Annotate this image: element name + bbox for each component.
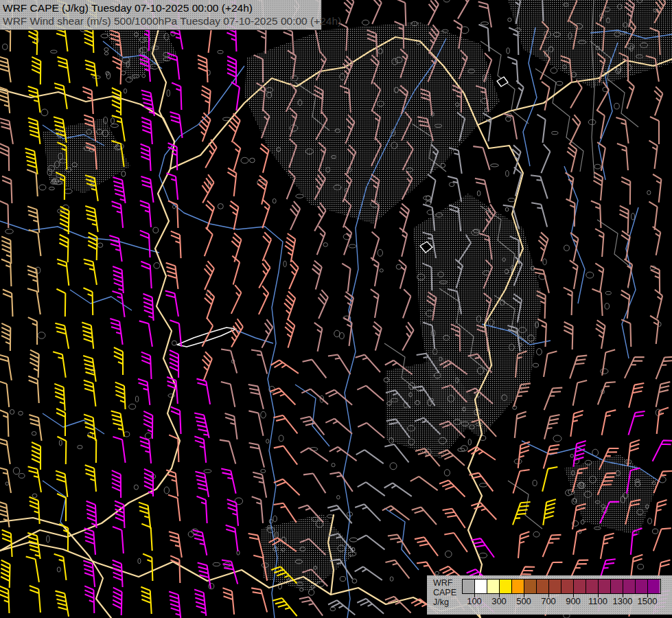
legend-swatch-8: [561, 580, 574, 593]
title-wind-shear: WRF Wind shear (m/s) 500/1000hPa Tuesday…: [3, 14, 321, 27]
legend-tick-label: 1500: [638, 596, 658, 606]
legend-swatch-11: [599, 580, 611, 593]
legend-swatch-15: [648, 580, 660, 593]
legend-tick-label: 1300: [613, 596, 633, 606]
legend-swatch-7: [549, 580, 561, 593]
weather-map: [0, 0, 672, 618]
legend-swatch-4: [512, 580, 524, 593]
legend-model-label: WRF: [433, 578, 462, 588]
legend-unit-label: J/kg: [433, 597, 462, 607]
legend-swatch-6: [537, 580, 549, 593]
legend-colorbar: 100300500700900110013001500: [462, 579, 661, 606]
legend-swatch-row: [462, 579, 661, 594]
legend-swatch-13: [623, 580, 636, 593]
weather-map-stage: WRF CAPE (J/kg) Tuesday 07-10-2025 00:00…: [0, 0, 672, 618]
legend-swatch-10: [586, 580, 599, 593]
legend-variable-label: CAPE: [433, 588, 462, 597]
legend-tick-label: 700: [541, 596, 556, 606]
legend-swatch-14: [636, 580, 648, 593]
legend-swatch-2: [487, 580, 500, 593]
legend-tick-row: 100300500700900110013001500: [462, 594, 661, 606]
cape-legend: WRF CAPE J/kg 10030050070090011001300150…: [427, 575, 672, 615]
map-title-overlay: WRF CAPE (J/kg) Tuesday 07-10-2025 00:00…: [0, 0, 322, 30]
legend-swatch-5: [524, 580, 537, 593]
legend-tick-label: 900: [566, 596, 581, 606]
title-cape: WRF CAPE (J/kg) Tuesday 07-10-2025 00:00…: [3, 1, 321, 14]
legend-label-block: WRF CAPE J/kg: [427, 575, 462, 607]
legend-swatch-3: [500, 580, 512, 593]
legend-tick-label: 300: [491, 596, 507, 606]
legend-swatch-0: [463, 580, 475, 593]
legend-swatch-1: [475, 580, 487, 593]
legend-tick-label: 100: [467, 596, 482, 606]
legend-swatch-9: [574, 580, 586, 593]
legend-swatch-12: [611, 580, 623, 593]
legend-tick-label: 1100: [588, 596, 607, 606]
legend-tick-label: 500: [516, 596, 531, 606]
